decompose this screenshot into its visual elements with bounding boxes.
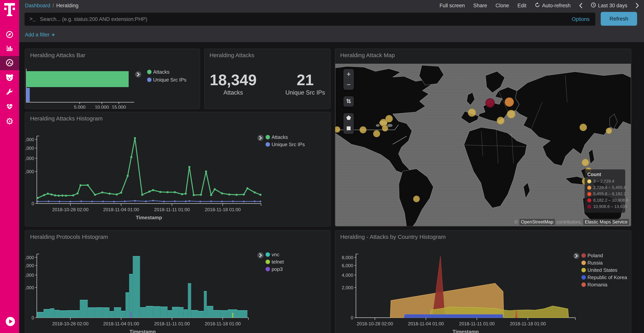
svg-text:5,000: 5,000	[74, 105, 86, 109]
legend-dot	[582, 253, 586, 258]
gear-icon: ⚙	[6, 117, 14, 126]
map-fit-bounds-button[interactable]	[344, 96, 354, 107]
legend-label[interactable]: Unique Src IPs	[272, 142, 305, 147]
attack-location-circle[interactable]	[386, 115, 392, 122]
time-back-button[interactable]	[579, 3, 582, 8]
map-zoom-in-button[interactable]: +	[344, 69, 354, 79]
attack-location-circle[interactable]	[468, 109, 476, 116]
svg-text:6,000: 6,000	[342, 263, 353, 268]
attack-location-circle[interactable]	[505, 98, 514, 107]
attack-location-circle[interactable]	[507, 110, 515, 118]
legend-label[interactable]: United States	[588, 267, 617, 273]
legend-label[interactable]: pop3	[272, 266, 283, 272]
share-button[interactable]: Share	[473, 3, 487, 9]
edit-button[interactable]: Edit	[518, 3, 526, 9]
legend-label[interactable]: Romania	[588, 282, 608, 287]
legend-label[interactable]: Russia	[588, 260, 603, 266]
add-filter-link[interactable]: Add a filter +	[25, 32, 55, 38]
attack-location-circle[interactable]	[382, 125, 388, 131]
svg-text:2018-11-11 01:00: 2018-11-11 01:00	[459, 321, 495, 326]
legend-dot	[582, 268, 586, 272]
svg-text:2018-11-04 01:00: 2018-11-04 01:00	[103, 207, 139, 212]
sidebar-item-dashboard[interactable]	[0, 56, 19, 70]
time-forward-button[interactable]	[636, 3, 639, 8]
attacks-bar[interactable]	[26, 71, 128, 87]
bar-chart-icon	[6, 44, 14, 53]
sidebar-item-monitoring[interactable]	[0, 101, 19, 113]
sidebar-item-management[interactable]: ⚙	[0, 115, 19, 127]
protocols-histogram-chart: 02,0004,0006,0008,0002018-10-28 02:00201…	[25, 231, 330, 333]
sidebar-item-dev-tools[interactable]	[0, 86, 19, 99]
panel-title: Heralding Attacks Bar	[30, 52, 85, 59]
svg-text:2018-11-11 01:00: 2018-11-11 01:00	[154, 321, 190, 326]
legend-label[interactable]: Unique Src IPs	[153, 77, 186, 83]
legend-label[interactable]: Poland	[588, 253, 603, 258]
attack-location-circle[interactable]	[606, 128, 612, 134]
country-histogram-chart: 02,0004,0006,0008,0002018-10-28 02:00201…	[335, 231, 631, 333]
map-draw-rectangle-button[interactable]	[344, 124, 354, 134]
full-screen-button[interactable]: Full screen	[440, 3, 465, 9]
clone-button[interactable]: Clone	[496, 3, 509, 9]
legend-dot	[147, 70, 152, 74]
auto-refresh-button[interactable]: Auto-refresh	[535, 2, 570, 9]
legend-label[interactable]: Republic of Korea	[588, 274, 627, 280]
top-navbar: Dashboard / Heralding Full screen Share …	[19, 0, 644, 11]
map-legend-item[interactable]: 3 – 2,729.4	[587, 179, 622, 184]
attack-location-circle[interactable]	[486, 99, 494, 107]
legend-dot	[587, 186, 591, 190]
telekom-logo[interactable]	[4, 3, 15, 18]
attack-location-circle[interactable]	[582, 159, 589, 166]
map-count-legend: Count 3 – 2,729.42,729.4 – 5,455.85,455.…	[584, 169, 625, 213]
attack-location-circle[interactable]	[580, 124, 587, 131]
map-legend-item[interactable]: 8,182.2 – 10,908.6	[587, 198, 622, 203]
sidebar-item-discover[interactable]	[0, 29, 19, 41]
legend-label[interactable]: telnet	[272, 259, 284, 265]
sidebar-item-timelion[interactable]	[0, 72, 19, 84]
sidebar-item-visualize[interactable]	[0, 42, 19, 55]
attrib-text: contributors,	[556, 219, 582, 225]
attack-location-circle[interactable]	[497, 117, 504, 124]
legend-dot	[266, 135, 270, 139]
panel-title: Heralding - Attacks by Country Histogram	[340, 234, 446, 240]
osm-link[interactable]: OpenStreetMap	[520, 219, 555, 225]
legend-label[interactable]: Attacks	[153, 69, 170, 75]
svg-text:Timestamp: Timestamp	[452, 329, 479, 333]
crop-icon	[346, 97, 351, 106]
time-range-picker[interactable]: Last 30 days	[591, 2, 627, 9]
svg-text:Timestamp: Timestamp	[130, 329, 156, 333]
legend-label[interactable]: vnc	[272, 252, 279, 257]
attack-location-circle[interactable]	[360, 127, 366, 133]
metric-label: Unique Src IPs	[286, 89, 325, 96]
clock-icon	[591, 2, 596, 9]
panel-attacks-metric: Heralding Attacks 18,349 Attacks 21 Uniq…	[204, 49, 330, 109]
attack-location-circle[interactable]	[414, 196, 420, 202]
svg-text:6,000: 6,000	[25, 263, 34, 268]
world-map[interactable]: + −	[335, 64, 631, 226]
map-zoom-out-button[interactable]: −	[344, 79, 354, 90]
map-attribution: © OpenStreetMap contributors, Elastic Ma…	[514, 219, 629, 225]
map-legend-item[interactable]: 2,729.4 – 5,455.8	[587, 185, 622, 190]
sidebar-expand-button[interactable]	[6, 317, 15, 326]
legend-label: 3 – 2,729.4	[593, 179, 614, 184]
legend-label: 8,182.2 – 10,908.6	[593, 198, 628, 203]
square-icon	[346, 125, 351, 133]
compass-icon	[6, 31, 14, 39]
ems-link[interactable]: Elastic Maps Service	[583, 219, 629, 225]
attack-location-circle[interactable]	[373, 130, 380, 137]
attack-location-circle[interactable]	[335, 127, 340, 132]
legend-label[interactable]: Attacks	[272, 134, 288, 140]
refresh-button[interactable]: Refresh	[601, 12, 637, 26]
map-legend-item[interactable]: 10,908.6 – 13,635	[587, 204, 622, 209]
search-input[interactable]: >_ Search... (e.g. status:200 AND extens…	[24, 13, 595, 26]
svg-text:4,000: 4,000	[342, 272, 353, 278]
svg-text:15,000: 15,000	[112, 105, 126, 109]
panel-title: Heralding Protocols Histogram	[30, 234, 108, 240]
breadcrumb-dashboard-link[interactable]: Dashboard	[25, 3, 50, 9]
svg-text:2018-11-18 01:00: 2018-11-18 01:00	[510, 321, 546, 326]
panel-attacks-histogram: Heralding Attacks Histogram 02,0004,0006…	[25, 112, 330, 226]
svg-text:10,000: 10,000	[95, 105, 109, 109]
map-legend-item[interactable]: 5,455.8 – 8,182.2	[587, 191, 622, 196]
unique-ips-bar[interactable]	[26, 88, 30, 102]
map-draw-polygon-button[interactable]	[344, 113, 354, 124]
options-link[interactable]: Options	[572, 16, 590, 22]
